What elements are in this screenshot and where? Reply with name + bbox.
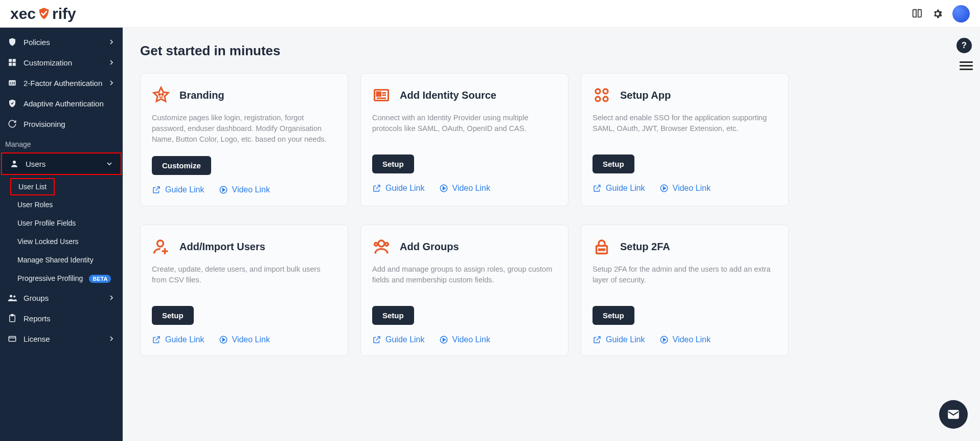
setup-button[interactable]: Setup bbox=[592, 306, 634, 325]
sidebar-item-policies[interactable]: Policies bbox=[0, 32, 123, 52]
card-desc: Customize pages like login, registration… bbox=[152, 113, 336, 145]
chevron-right-icon bbox=[107, 58, 116, 67]
hamburger-icon[interactable] bbox=[960, 59, 973, 72]
setup-button[interactable]: Setup bbox=[152, 306, 194, 325]
sub-item-user-list[interactable]: User List bbox=[11, 179, 54, 194]
card-add-groups: Add Groups Add and manage groups to assi… bbox=[360, 225, 568, 356]
group-icon bbox=[372, 237, 391, 256]
sidebar-item-provisioning[interactable]: Provisioning bbox=[0, 114, 123, 134]
svg-rect-11 bbox=[9, 337, 16, 342]
avatar[interactable] bbox=[952, 5, 970, 23]
apps-icon bbox=[592, 86, 611, 104]
mail-fab[interactable] bbox=[939, 400, 968, 429]
link-text: Video Link bbox=[232, 335, 270, 344]
guide-link[interactable]: Guide Link bbox=[592, 184, 645, 193]
card-title: Add Identity Source bbox=[400, 90, 496, 101]
svg-point-14 bbox=[162, 94, 163, 95]
guide-link[interactable]: Guide Link bbox=[152, 185, 204, 194]
guide-link[interactable]: Guide Link bbox=[592, 335, 645, 344]
sidebar-item-customization[interactable]: Customization bbox=[0, 52, 123, 73]
svg-rect-2 bbox=[9, 63, 12, 66]
user-icon bbox=[9, 159, 19, 169]
svg-point-7 bbox=[10, 295, 12, 297]
external-link-icon bbox=[592, 335, 602, 344]
beta-badge: BETA bbox=[89, 275, 111, 283]
play-circle-icon bbox=[659, 184, 669, 193]
svg-rect-17 bbox=[377, 92, 381, 96]
video-link[interactable]: Video Link bbox=[219, 335, 270, 344]
external-link-icon bbox=[152, 185, 161, 194]
play-circle-icon bbox=[659, 335, 669, 344]
card-desc: Connect with an Identity Provider using … bbox=[372, 113, 557, 143]
sub-item-user-roles[interactable]: User Roles bbox=[0, 195, 123, 214]
sidebar-item-2fa[interactable]: 123 2-Factor Authentication bbox=[0, 73, 123, 93]
header-right bbox=[911, 5, 970, 23]
link-text: Guide Link bbox=[385, 335, 425, 344]
card-desc: Create, update, delete users, and import… bbox=[152, 264, 336, 295]
svg-point-13 bbox=[159, 94, 160, 95]
play-circle-icon bbox=[439, 335, 448, 344]
setup-button[interactable]: Setup bbox=[372, 306, 414, 325]
help-button[interactable]: ? bbox=[956, 38, 972, 53]
gear-icon[interactable] bbox=[932, 8, 943, 19]
sidebar-item-users[interactable]: Users bbox=[2, 153, 121, 174]
svg-point-38 bbox=[603, 249, 604, 250]
external-link-icon bbox=[372, 184, 381, 193]
sidebar-item-label: Adaptive Authentication bbox=[24, 99, 104, 108]
clipboard-icon bbox=[7, 313, 17, 323]
sidebar-item-adaptive-auth[interactable]: Adaptive Authentication bbox=[0, 93, 123, 114]
sub-item-progressive-profiling[interactable]: Progressive Profiling BETA bbox=[0, 269, 123, 288]
sub-item-manage-shared-identity[interactable]: Manage Shared Identity bbox=[0, 251, 123, 269]
sub-item-view-locked-users[interactable]: View Locked Users bbox=[0, 232, 123, 251]
video-link[interactable]: Video Link bbox=[439, 184, 490, 193]
guide-link[interactable]: Guide Link bbox=[372, 335, 425, 344]
link-text: Guide Link bbox=[606, 335, 645, 344]
link-text: Video Link bbox=[232, 185, 270, 194]
link-text: Guide Link bbox=[385, 184, 425, 193]
video-link[interactable]: Video Link bbox=[219, 185, 270, 194]
customize-button[interactable]: Customize bbox=[152, 156, 211, 175]
link-text: Video Link bbox=[673, 184, 711, 193]
video-link[interactable]: Video Link bbox=[659, 184, 711, 193]
external-link-icon bbox=[372, 335, 381, 344]
lock-icon bbox=[592, 237, 611, 256]
setup-button[interactable]: Setup bbox=[592, 155, 634, 173]
sidebar-item-license[interactable]: License bbox=[0, 328, 123, 349]
card-desc: Select and enable SSO for the applicatio… bbox=[592, 113, 777, 143]
sub-item-label: User Roles bbox=[17, 201, 53, 209]
page-title: Get started in minutes bbox=[140, 43, 963, 59]
shield-check-icon bbox=[7, 98, 17, 108]
sidebar-item-label: Provisioning bbox=[24, 120, 65, 128]
card-setup-2fa: Setup 2FA Setup 2FA for the admin and th… bbox=[581, 225, 789, 356]
svg-rect-10 bbox=[11, 315, 14, 316]
card-desc: Add and manage groups to assign roles, g… bbox=[372, 264, 557, 295]
sidebar-item-reports[interactable]: Reports bbox=[0, 308, 123, 328]
card-identity-source: Add Identity Source Connect with an Iden… bbox=[360, 73, 568, 206]
svg-point-37 bbox=[601, 249, 602, 250]
setup-button[interactable]: Setup bbox=[372, 155, 414, 173]
svg-point-33 bbox=[385, 243, 389, 246]
help-label: ? bbox=[962, 41, 967, 50]
svg-point-23 bbox=[603, 89, 608, 94]
shield-icon bbox=[7, 37, 17, 47]
video-link[interactable]: Video Link bbox=[439, 335, 490, 344]
docs-icon[interactable] bbox=[911, 8, 923, 19]
brand-post: rify bbox=[52, 5, 76, 23]
sub-item-user-profile-fields[interactable]: User Profile Fields bbox=[0, 214, 123, 232]
svg-point-27 bbox=[157, 240, 164, 247]
card-title: Setup 2FA bbox=[620, 241, 670, 253]
svg-text:123: 123 bbox=[9, 81, 15, 85]
sub-item-label: View Locked Users bbox=[17, 237, 79, 246]
external-link-icon bbox=[152, 335, 161, 344]
chevron-right-icon bbox=[107, 38, 116, 46]
guide-link[interactable]: Guide Link bbox=[152, 335, 204, 344]
video-link[interactable]: Video Link bbox=[659, 335, 711, 344]
star-icon bbox=[152, 86, 170, 104]
main-content: Get started in minutes Branding Customiz… bbox=[123, 28, 980, 441]
sidebar-item-label: 2-Factor Authentication bbox=[24, 79, 102, 87]
chevron-right-icon bbox=[107, 335, 116, 343]
sidebar-section-label: Manage bbox=[0, 134, 123, 151]
brand-logo[interactable]: xec rify bbox=[10, 5, 76, 23]
guide-link[interactable]: Guide Link bbox=[372, 184, 425, 193]
sidebar-item-groups[interactable]: Groups bbox=[0, 288, 123, 308]
